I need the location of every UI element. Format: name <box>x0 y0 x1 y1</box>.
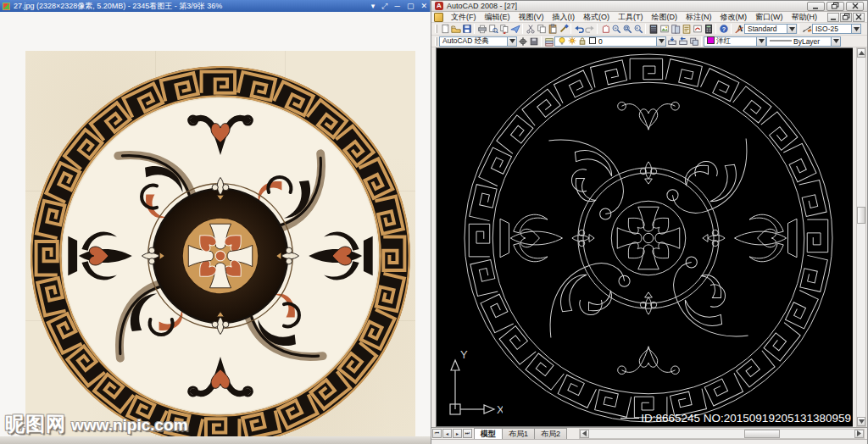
tab-prev-button[interactable]: ◂ <box>442 429 452 438</box>
toolbar-separator <box>798 24 799 34</box>
toolbar-separator <box>701 36 702 47</box>
plot-preview-button[interactable] <box>487 24 498 35</box>
command-line-strip[interactable] <box>431 439 867 444</box>
quickcalc-button[interactable] <box>703 24 714 35</box>
tab-模型[interactable]: 模型 <box>474 428 503 439</box>
paste-button[interactable] <box>547 24 558 35</box>
viewer-minimize-button[interactable]: ─ <box>395 1 400 11</box>
menu-item-8[interactable]: 修改(M) <box>716 12 752 23</box>
viewer-close-button[interactable]: ✕ <box>420 1 427 11</box>
combo-dropdown-arrow[interactable] <box>656 37 665 46</box>
combo-dropdown-arrow[interactable] <box>787 25 796 33</box>
viewer-canvas[interactable]: 昵图网www.nipic.com <box>0 12 431 444</box>
menu-item-10[interactable]: 帮助(H) <box>787 12 822 23</box>
tab-first-button[interactable]: ⏮ <box>432 429 442 438</box>
scroll-down-arrow[interactable] <box>857 417 865 426</box>
mdi-close-button[interactable] <box>853 13 865 22</box>
combo-dropdown-arrow[interactable] <box>831 37 840 46</box>
save-button[interactable] <box>461 24 472 35</box>
acad-close-button[interactable] <box>846 2 864 11</box>
workspace-settings-button[interactable] <box>517 36 528 47</box>
id-watermark: ID:8665245 NO:20150919205131380959 <box>620 412 851 425</box>
scroll-right-arrow[interactable] <box>854 430 864 438</box>
etransmit-button[interactable] <box>509 24 520 35</box>
viewer-app-icon <box>3 3 10 10</box>
combo-dropdown-arrow[interactable] <box>507 37 516 46</box>
zoom-realtime-button[interactable] <box>610 24 621 35</box>
toolbar-grip[interactable] <box>435 37 437 46</box>
help-button[interactable]: ? <box>718 24 729 35</box>
cut-button[interactable] <box>525 24 536 35</box>
workspace-save-button[interactable] <box>528 36 539 47</box>
acad-restore-button[interactable] <box>826 2 844 11</box>
sun-icon[interactable] <box>568 36 576 47</box>
combo-dropdown-arrow[interactable] <box>756 37 765 46</box>
viewer-maximize-button[interactable]: ▢ <box>407 1 415 11</box>
tool-palettes-button[interactable] <box>670 24 681 35</box>
open-button[interactable] <box>450 24 461 35</box>
menu-item-2[interactable]: 视图(V) <box>515 12 548 23</box>
combo-dropdown-arrow[interactable] <box>851 25 860 33</box>
swatch-icon[interactable] <box>588 36 597 47</box>
toolbar-separator <box>541 36 542 47</box>
layer-states-button[interactable] <box>688 36 699 47</box>
menu-item-6[interactable]: 绘图(D) <box>648 12 682 23</box>
linetype-combo[interactable]: ByLayer <box>766 36 841 47</box>
match-properties-button[interactable] <box>558 24 569 35</box>
zoom-window-button[interactable] <box>621 24 632 35</box>
viewer-titlebar[interactable]: 27.jpg (2328×2328像素, 5.20MB) - 2345看图王 -… <box>0 0 430 12</box>
layer-previous-button[interactable] <box>677 36 688 47</box>
horizontal-scrollbar[interactable] <box>579 429 865 439</box>
linetype-value: ByLayer <box>793 37 820 46</box>
menu-item-3[interactable]: 插入(I) <box>548 12 580 23</box>
menu-item-1[interactable]: 编辑(E) <box>481 12 515 23</box>
viewer-fullscreen-icon[interactable]: ⤢ <box>381 1 387 11</box>
color-combo[interactable]: 洋红 <box>704 36 766 47</box>
menu-item-0[interactable]: 文件(F) <box>447 12 481 23</box>
copy-button[interactable] <box>536 24 547 35</box>
menu-item-5[interactable]: 工具(T) <box>614 12 648 23</box>
layer-combo[interactable]: 0 <box>554 36 666 47</box>
redo-button[interactable] <box>584 24 595 35</box>
tab-布局2[interactable]: 布局2 <box>534 428 567 439</box>
acad-titlebar[interactable]: A AutoCAD 2008 - [27] <box>431 1 867 12</box>
text-style-combo[interactable]: Standard <box>744 24 797 34</box>
drawing-area[interactable]: Y X ID:8665245 NO:20150919205131380959 <box>436 47 853 427</box>
menu-item-9[interactable]: 窗口(W) <box>751 12 787 23</box>
tab-next-button[interactable]: ▸ <box>453 429 462 438</box>
dim-style-value: ISO-25 <box>815 25 838 33</box>
vertical-scrollbar[interactable] <box>856 47 866 427</box>
properties-button[interactable] <box>648 24 659 35</box>
zoom-previous-button[interactable] <box>632 24 643 35</box>
designcenter-button[interactable] <box>659 24 670 35</box>
tab-布局1[interactable]: 布局1 <box>502 428 535 439</box>
dim-style-combo[interactable]: ISO-25 <box>812 24 861 34</box>
lock-icon[interactable] <box>578 36 587 47</box>
make-object-layer-current-button[interactable] <box>666 36 677 47</box>
new-button[interactable] <box>439 24 450 35</box>
scroll-up-arrow[interactable] <box>857 48 865 58</box>
menu-item-4[interactable]: 格式(O) <box>579 12 614 23</box>
tab-last-button[interactable]: ⏭ <box>463 429 472 438</box>
vertical-scroll-thumb[interactable] <box>857 207 865 224</box>
toolbar-grip[interactable] <box>435 25 437 33</box>
undo-button[interactable] <box>573 24 584 35</box>
plot-button[interactable] <box>476 24 487 35</box>
sheetset-manager-button[interactable] <box>681 24 692 35</box>
mdi-restore-button[interactable] <box>840 13 852 22</box>
marble-tile-image[interactable] <box>25 51 415 444</box>
acad-minimize-button[interactable] <box>807 2 825 11</box>
horizontal-scroll-thumb[interactable] <box>744 430 780 438</box>
publish-button[interactable] <box>498 24 509 35</box>
scroll-left-arrow[interactable] <box>580 430 589 438</box>
pan-button[interactable] <box>599 24 610 35</box>
markup-button[interactable] <box>692 24 703 35</box>
bulb-icon[interactable] <box>558 36 566 47</box>
ucs-icon: Y X <box>443 348 503 421</box>
viewer-menu-dropdown-icon[interactable]: ▾ <box>371 1 376 11</box>
menu-item-7[interactable]: 标注(N) <box>682 12 716 23</box>
workspace-combo[interactable]: AutoCAD 经典 <box>439 36 517 47</box>
mdi-minimize-button[interactable] <box>827 13 839 22</box>
layer-properties-button[interactable] <box>543 36 554 47</box>
linetype-line-icon <box>770 37 792 46</box>
